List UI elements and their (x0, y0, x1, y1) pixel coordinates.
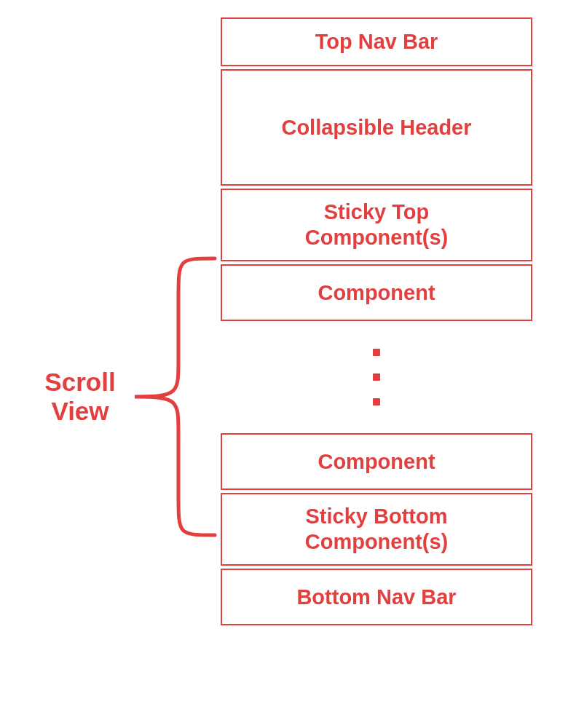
sticky-bottom-box: Sticky Bottom Component(s) (221, 493, 532, 566)
sticky-top-label: Sticky Top Component(s) (305, 199, 449, 250)
scroll-view-label-line1: Scroll (44, 368, 115, 396)
dot (373, 398, 380, 405)
top-nav-bar-box: Top Nav Bar (221, 17, 532, 66)
component-label: Component (317, 449, 435, 475)
curly-brace-icon (127, 255, 222, 539)
bottom-nav-bar-label: Bottom Nav Bar (296, 585, 456, 610)
component-box-bottom: Component (221, 433, 532, 490)
sticky-top-label-line2: Component(s) (305, 226, 449, 249)
layout-stack: Top Nav Bar Collapsible Header Sticky To… (221, 17, 532, 625)
sticky-bottom-label: Sticky Bottom Component(s) (305, 504, 449, 555)
scroll-view-label-line2: View (51, 397, 109, 425)
sticky-top-box: Sticky Top Component(s) (221, 189, 532, 261)
vertical-ellipsis-icon (373, 349, 380, 405)
collapsible-header-box: Collapsible Header (221, 69, 532, 186)
top-nav-bar-label: Top Nav Bar (315, 29, 438, 55)
scroll-view-label: Scroll View (36, 368, 124, 427)
dot (373, 349, 380, 356)
component-box-top: Component (221, 264, 532, 321)
sticky-top-label-line1: Sticky Top (324, 200, 430, 223)
sticky-bottom-label-line1: Sticky Bottom (306, 505, 448, 528)
bottom-nav-bar-box: Bottom Nav Bar (221, 569, 532, 625)
sticky-bottom-label-line2: Component(s) (305, 530, 449, 553)
component-label: Component (317, 280, 435, 306)
collapsible-header-label: Collapsible Header (281, 115, 471, 141)
ellipsis-gap (221, 321, 532, 433)
dot (373, 373, 380, 381)
